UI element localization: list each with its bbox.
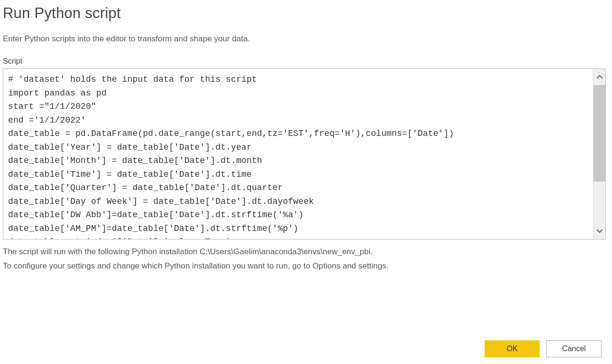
dialog-subtitle: Enter Python scripts into the editor to … bbox=[3, 34, 607, 44]
chevron-up-icon bbox=[596, 74, 603, 80]
script-label: Script bbox=[3, 57, 607, 66]
script-editor-container: # 'dataset' holds the input data for thi… bbox=[3, 68, 606, 239]
editor-scrollbar[interactable] bbox=[593, 69, 605, 239]
scroll-track[interactable] bbox=[593, 85, 605, 223]
cancel-button[interactable]: Cancel bbox=[546, 340, 602, 357]
scroll-up-button[interactable] bbox=[593, 69, 605, 85]
dialog-title: Run Python script bbox=[3, 5, 607, 22]
chevron-down-icon bbox=[596, 228, 603, 234]
script-editor[interactable]: # 'dataset' holds the input data for thi… bbox=[3, 69, 593, 239]
scroll-down-button[interactable] bbox=[593, 223, 605, 239]
configure-info: To configure your settings and change wh… bbox=[3, 261, 607, 271]
python-install-info: The script will run with the following P… bbox=[3, 247, 607, 257]
ok-button[interactable]: OK bbox=[485, 340, 540, 357]
scroll-thumb[interactable] bbox=[593, 85, 605, 182]
dialog-button-row: OK Cancel bbox=[485, 340, 602, 357]
